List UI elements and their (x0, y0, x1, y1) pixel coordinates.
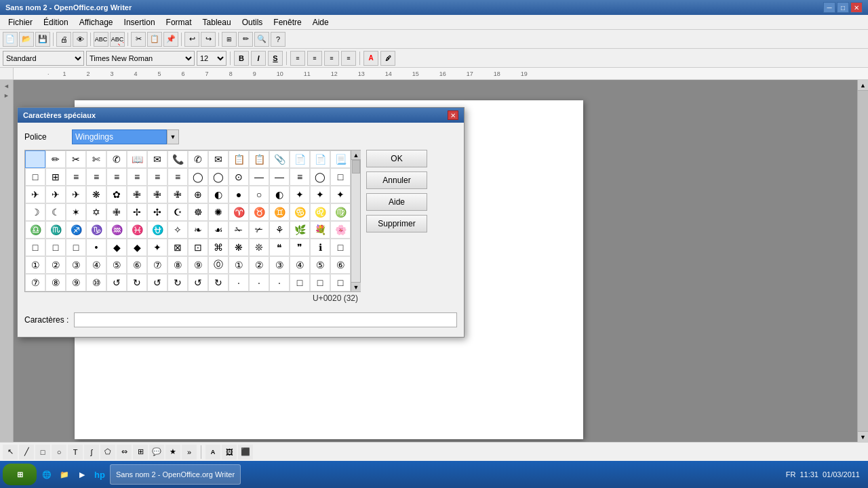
menu-affichage[interactable]: Affichage (74, 16, 119, 28)
char-cell-96[interactable]: ① (25, 256, 45, 274)
char-cell-122[interactable]: · (229, 274, 249, 291)
char-cell-111[interactable]: ⑥ (330, 256, 351, 274)
char-cell-114[interactable]: ⑨ (66, 274, 86, 291)
char-cell-91[interactable]: ❊ (249, 239, 269, 256)
char-cell-14[interactable]: 📄 (310, 150, 330, 168)
menu-aide[interactable]: Aide (307, 16, 334, 28)
char-cell-69[interactable]: ♓ (127, 221, 147, 239)
scroll-down-page[interactable]: ▼ (858, 431, 869, 442)
char-cell-18[interactable]: ≡ (66, 168, 86, 186)
cancel-button[interactable]: Annuler (366, 171, 427, 189)
char-cell-60[interactable]: ♊ (269, 203, 290, 221)
text-btn[interactable]: T (68, 445, 83, 460)
char-cell-43[interactable]: ○ (249, 186, 269, 203)
flowchart-btn[interactable]: ⊞ (133, 445, 148, 460)
char-cell-27[interactable]: — (249, 168, 269, 186)
char-cell-41[interactable]: ◐ (208, 186, 229, 203)
char-cell-25[interactable]: ◯ (208, 168, 229, 186)
char-cell-7[interactable]: 📞 (167, 150, 188, 168)
char-cell-83[interactable]: • (86, 239, 106, 256)
char-cell-71[interactable]: ✧ (167, 221, 188, 239)
menu-fenetre[interactable]: Fenêtre (268, 16, 307, 28)
char-cell-88[interactable]: ⊡ (188, 239, 208, 256)
preview-btn[interactable]: 👁 (73, 32, 87, 47)
char-cell-5[interactable]: 📖 (127, 150, 147, 168)
char-cell-65[interactable]: ♏ (45, 221, 66, 239)
char-cell-116[interactable]: ↺ (106, 274, 127, 291)
callout-btn[interactable]: 💬 (149, 445, 164, 460)
bold-btn[interactable]: B (234, 51, 249, 66)
select-btn[interactable]: ↖ (3, 445, 18, 460)
char-cell-13[interactable]: 📄 (290, 150, 310, 168)
close-button[interactable]: ✕ (850, 2, 863, 13)
char-cell-29[interactable]: ≡ (290, 168, 310, 186)
right-scrollbar[interactable]: ▲ ▼ (857, 80, 868, 442)
help-btn[interactable]: ? (271, 32, 285, 47)
spell2-btn[interactable]: ABC (110, 32, 125, 47)
char-cell-61[interactable]: ♋ (290, 203, 310, 221)
char-cell-127[interactable]: □ (330, 274, 351, 291)
char-cell-22[interactable]: ≡ (147, 168, 167, 186)
minimize-button[interactable]: ─ (823, 2, 835, 13)
taskbar-icon-1[interactable]: 🌐 (39, 467, 54, 482)
char-cell-86[interactable]: ✦ (147, 239, 167, 256)
char-cell-74[interactable]: ✁ (229, 221, 249, 239)
font-color-btn[interactable]: A (363, 51, 378, 66)
char-cell-39[interactable]: ✙ (167, 186, 188, 203)
char-cell-73[interactable]: ☙ (208, 221, 229, 239)
char-cell-47[interactable]: ✦ (330, 186, 351, 203)
char-cell-52[interactable]: ✙ (106, 203, 127, 221)
scroll-down-btn[interactable]: ▼ (351, 282, 361, 291)
char-cell-104[interactable]: ⑨ (188, 256, 208, 274)
menu-edition[interactable]: Édition (38, 16, 74, 28)
char-cell-26[interactable]: ⊙ (229, 168, 249, 186)
char-cell-0[interactable] (25, 150, 45, 168)
char-cell-28[interactable]: — (269, 168, 290, 186)
char-cell-37[interactable]: ✙ (127, 186, 147, 203)
char-cell-113[interactable]: ⑧ (45, 274, 66, 291)
char-cell-21[interactable]: ≡ (127, 168, 147, 186)
char-cell-105[interactable]: ⓪ (208, 256, 229, 274)
char-cell-125[interactable]: □ (290, 274, 310, 291)
char-cell-110[interactable]: ⑤ (310, 256, 330, 274)
star-btn[interactable]: ★ (165, 445, 180, 460)
char-cell-126[interactable]: □ (310, 274, 330, 291)
curve-btn[interactable]: ∫ (84, 445, 99, 460)
char-cell-67[interactable]: ♑ (86, 221, 106, 239)
char-cell-103[interactable]: ⑧ (167, 256, 188, 274)
char-cell-80[interactable]: □ (25, 239, 45, 256)
char-cell-79[interactable]: 🌸 (330, 221, 351, 239)
grid-scrollbar[interactable]: ▲ ▼ (351, 150, 360, 291)
char-cell-8[interactable]: ✆ (188, 150, 208, 168)
scroll-up-page[interactable]: ▲ (858, 80, 869, 91)
font-select[interactable]: Times New Roman (86, 51, 195, 66)
char-cell-121[interactable]: ↻ (208, 274, 229, 291)
char-cell-45[interactable]: ✦ (290, 186, 310, 203)
paste-btn[interactable]: 📌 (163, 32, 178, 47)
char-cell-20[interactable]: ≡ (106, 168, 127, 186)
char-cell-102[interactable]: ⑦ (147, 256, 167, 274)
menu-tableau[interactable]: Tableau (197, 16, 237, 28)
char-cell-58[interactable]: ♈ (229, 203, 249, 221)
font-dropdown-arrow[interactable]: ▼ (167, 129, 179, 144)
new-btn[interactable]: 📄 (3, 32, 18, 47)
char-cell-49[interactable]: ☾ (45, 203, 66, 221)
char-cell-98[interactable]: ③ (66, 256, 86, 274)
scroll-thumb[interactable] (352, 160, 360, 174)
draw-btn[interactable]: ✏ (238, 32, 253, 47)
char-cell-109[interactable]: ④ (290, 256, 310, 274)
char-cell-123[interactable]: · (249, 274, 269, 291)
char-cell-34[interactable]: ✈ (66, 186, 86, 203)
char-cell-87[interactable]: ⊠ (167, 239, 188, 256)
char-cell-56[interactable]: ☸ (188, 203, 208, 221)
special-chars-dialog[interactable]: Caractères spéciaux ✕ Police ▼ (17, 107, 465, 338)
copy-btn[interactable]: 📋 (147, 32, 162, 47)
fontwork-btn[interactable]: A (205, 445, 220, 460)
more-btn[interactable]: » (182, 445, 197, 460)
scroll-track[interactable] (351, 160, 360, 282)
char-cell-17[interactable]: ⊞ (45, 168, 66, 186)
cut-btn[interactable]: ✂ (131, 32, 146, 47)
char-cell-100[interactable]: ⑤ (106, 256, 127, 274)
char-cell-40[interactable]: ⊕ (188, 186, 208, 203)
char-cell-12[interactable]: 📎 (269, 150, 290, 168)
